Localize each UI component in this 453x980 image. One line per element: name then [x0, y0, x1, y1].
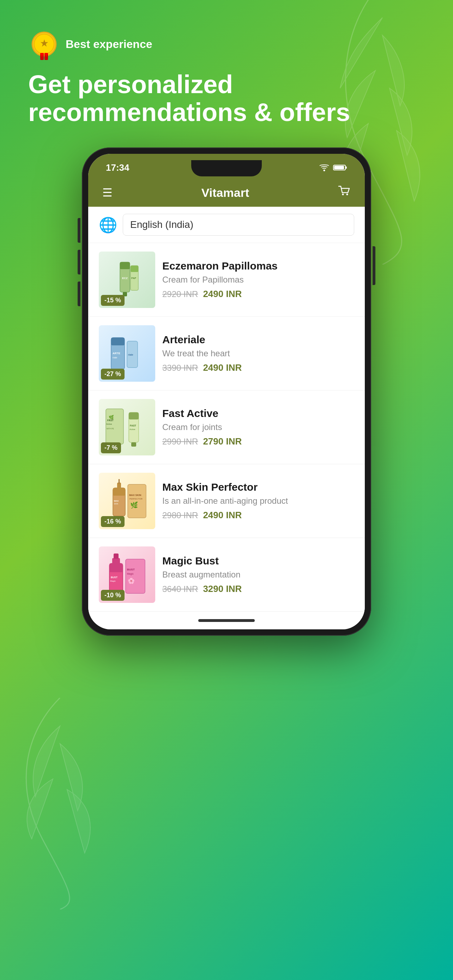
price-current-eczemaron: 2490 INR	[203, 289, 242, 299]
price-current-arteriale: 2490 INR	[203, 362, 242, 373]
svg-point-12	[347, 194, 348, 196]
product-prices-magicbust: 3640 INR 3290 INR	[162, 584, 354, 594]
status-icons	[319, 164, 347, 172]
product-info-maxskin: Max Skin Perfector Is an all-in-one anti…	[162, 481, 354, 521]
product-desc-magicbust: Breast augmentation	[162, 569, 354, 580]
product-info-fastactive: Fast Active Cream for joints 2990 INR 27…	[162, 407, 354, 447]
svg-text:SKIN: SKIN	[114, 503, 118, 505]
product-item-magicbust[interactable]: BUST Magic BUST Magic 🌸 -10 %	[88, 538, 365, 612]
badge-container: ★ Best experience	[28, 28, 425, 60]
side-button-mute	[78, 282, 80, 306]
product-name-maxskin: Max Skin Perfector	[162, 481, 354, 493]
svg-text:FAST: FAST	[130, 425, 137, 427]
product-item-fastactive[interactable]: FAST Active 🌿 WITH PE FAST	[88, 391, 365, 464]
product-list: ECZ PAP -15 % Eczemaron Papillomas Cream…	[88, 243, 365, 612]
product-info-arteriale: Arteriale We treat the heart 3390 INR 24…	[162, 334, 354, 373]
price-original-fastactive: 2990 INR	[162, 437, 198, 447]
product-image-magicbust: BUST Magic BUST Magic 🌸 -10 %	[99, 546, 155, 603]
product-name-eczemaron: Eczemaron Papillomas	[162, 260, 354, 272]
hero-headline: Get personalized recommendations & offer…	[28, 70, 425, 126]
product-image-arteriale: ARTE riale riale -27 %	[99, 325, 155, 382]
svg-text:ECZ: ECZ	[122, 277, 128, 280]
product-prices-eczemaron: 2920 INR 2490 INR	[162, 289, 354, 299]
product-prices-fastactive: 2990 INR 2790 INR	[162, 436, 354, 447]
phone-frame: 17:34	[82, 148, 371, 636]
svg-text:BUST: BUST	[111, 576, 118, 579]
product-image-eczemaron: ECZ PAP -15 %	[99, 251, 155, 308]
svg-rect-17	[130, 266, 138, 272]
price-original-eczemaron: 2920 INR	[162, 289, 198, 299]
menu-icon[interactable]: ☰	[102, 187, 113, 198]
price-current-fastactive: 2790 INR	[203, 436, 242, 447]
svg-rect-10	[334, 166, 344, 169]
product-desc-fastactive: Cream for joints	[162, 422, 354, 433]
svg-text:MAX: MAX	[114, 500, 119, 502]
wifi-icon	[319, 164, 329, 172]
battery-icon	[333, 164, 347, 172]
svg-rect-34	[131, 442, 136, 447]
product-item-arteriale[interactable]: ARTE riale riale -27 % Arteriale We trea…	[88, 317, 365, 391]
svg-rect-14	[120, 262, 130, 269]
svg-text:🌿: 🌿	[130, 501, 138, 509]
price-current-maxskin: 2490 INR	[203, 510, 242, 521]
cart-icon[interactable]	[338, 185, 351, 200]
svg-rect-33	[129, 412, 139, 420]
svg-rect-49	[114, 554, 119, 559]
badge-label: Best experience	[66, 38, 152, 51]
side-button-volume-down	[78, 250, 80, 274]
svg-text:ARTE: ARTE	[113, 352, 120, 355]
home-bar	[198, 619, 255, 622]
svg-text:BUST: BUST	[127, 568, 135, 571]
svg-rect-21	[111, 337, 124, 345]
language-input[interactable]	[123, 214, 354, 235]
app-title: Vitamart	[202, 186, 249, 200]
svg-rect-50	[110, 563, 123, 572]
phone-notch	[191, 160, 262, 177]
product-prices-arteriale: 3390 INR 2490 INR	[162, 362, 354, 373]
svg-text:🌸: 🌸	[128, 578, 135, 584]
product-item-eczemaron[interactable]: ECZ PAP -15 % Eczemaron Papillomas Cream…	[88, 243, 365, 317]
price-current-magicbust: 3290 INR	[203, 584, 242, 594]
promo-section: ★ Best experience Get personalized recom…	[0, 0, 453, 126]
svg-rect-9	[345, 167, 347, 169]
discount-badge-magicbust: -10 %	[101, 590, 124, 601]
svg-text:PERFECTOR: PERFECTOR	[129, 498, 143, 500]
side-button-power	[373, 246, 375, 285]
language-selector: 🌐	[88, 207, 365, 243]
product-desc-eczemaron: Cream for Papillomas	[162, 274, 354, 285]
discount-badge-eczemaron: -15 %	[101, 295, 124, 306]
svg-text:Magic: Magic	[110, 580, 116, 582]
discount-badge-maxskin: -16 %	[101, 516, 124, 527]
product-image-fastactive: FAST Active 🌿 WITH PE FAST	[99, 399, 155, 455]
phone-wrapper: 17:34	[0, 148, 453, 636]
product-item-maxskin[interactable]: MAX SKIN MAX SKIN PERFECTOR 🌿 -16 %	[88, 464, 365, 538]
svg-text:Active: Active	[129, 428, 135, 430]
product-name-magicbust: Magic Bust	[162, 555, 354, 567]
product-desc-arteriale: We treat the heart	[162, 348, 354, 359]
svg-rect-53	[126, 559, 145, 593]
price-original-maxskin: 2980 INR	[162, 511, 198, 520]
svg-text:★: ★	[40, 38, 49, 49]
svg-text:riale: riale	[128, 353, 134, 356]
status-time: 17:34	[106, 162, 129, 173]
product-name-arteriale: Arteriale	[162, 334, 354, 346]
svg-rect-27	[106, 409, 124, 444]
globe-icon: 🌐	[99, 216, 117, 234]
svg-text:Magic: Magic	[127, 573, 134, 575]
product-desc-maxskin: Is an all-in-one anti-aging product	[162, 495, 354, 506]
discount-badge-arteriale: -27 %	[101, 369, 124, 380]
svg-rect-40	[113, 488, 125, 496]
product-info-magicbust: Magic Bust Breast augmentation 3640 INR …	[162, 555, 354, 594]
svg-rect-39	[119, 479, 119, 483]
svg-text:🌿: 🌿	[109, 415, 114, 420]
product-prices-maxskin: 2980 INR 2490 INR	[162, 510, 354, 521]
price-original-magicbust: 3640 INR	[162, 584, 198, 594]
product-name-fastactive: Fast Active	[162, 407, 354, 420]
svg-text:riale: riale	[113, 356, 117, 359]
svg-text:PAP: PAP	[131, 277, 136, 279]
svg-rect-43	[128, 484, 146, 518]
svg-point-11	[342, 194, 344, 196]
app-header: ☰ Vitamart	[88, 178, 365, 207]
svg-text:WITH PE: WITH PE	[106, 428, 114, 430]
svg-point-7	[324, 170, 325, 172]
